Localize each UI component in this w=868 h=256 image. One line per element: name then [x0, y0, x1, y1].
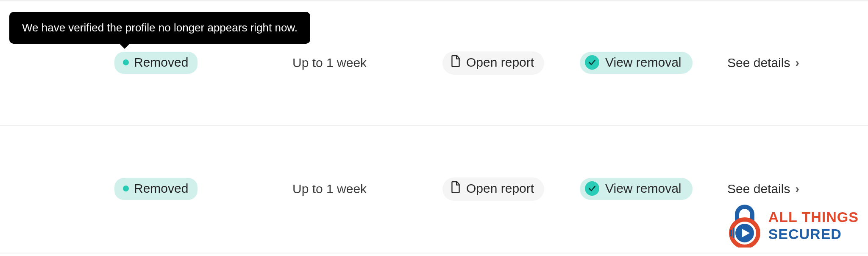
view-removal-button[interactable]: View removal — [580, 52, 693, 74]
top-divider — [0, 0, 868, 1]
profile-row: Removed Up to 1 week Open report View re… — [0, 46, 868, 80]
view-removal-button[interactable]: View removal — [580, 178, 693, 200]
file-icon — [450, 181, 461, 197]
status-badge: Removed — [114, 52, 198, 74]
see-details-link[interactable]: See details › — [727, 182, 799, 196]
view-removal-label: View removal — [605, 181, 682, 196]
chevron-right-icon: › — [795, 182, 799, 196]
brand-watermark: ALL THINGS SECURED — [727, 203, 859, 248]
row-divider — [0, 253, 868, 253]
open-report-label: Open report — [466, 181, 534, 196]
brand-line2: SECURED — [768, 227, 859, 241]
duration-text: Up to 1 week — [292, 56, 367, 70]
chevron-right-icon: › — [795, 56, 799, 70]
tooltip-text: We have verified the profile no longer a… — [22, 21, 298, 34]
see-details-link[interactable]: See details › — [727, 56, 799, 70]
status-label: Removed — [134, 55, 188, 70]
status-dot-icon — [123, 186, 129, 191]
see-details-label: See details — [727, 182, 790, 196]
brand-line1: ALL THINGS — [768, 210, 859, 224]
row-divider — [0, 125, 868, 126]
open-report-button[interactable]: Open report — [442, 177, 544, 201]
brand-text: ALL THINGS SECURED — [768, 210, 859, 241]
profile-row: Removed Up to 1 week Open report View re… — [0, 172, 868, 206]
view-removal-label: View removal — [605, 55, 682, 70]
duration-text: Up to 1 week — [292, 182, 367, 196]
file-icon — [450, 55, 461, 70]
see-details-label: See details — [727, 56, 790, 70]
status-tooltip: We have verified the profile no longer a… — [9, 12, 310, 44]
open-report-label: Open report — [466, 55, 534, 70]
check-circle-icon — [585, 181, 599, 196]
status-badge: Removed — [114, 178, 198, 200]
status-label: Removed — [134, 181, 188, 196]
open-report-button[interactable]: Open report — [442, 51, 544, 75]
lock-play-icon — [727, 203, 762, 248]
status-dot-icon — [123, 59, 129, 65]
check-circle-icon — [585, 55, 599, 70]
